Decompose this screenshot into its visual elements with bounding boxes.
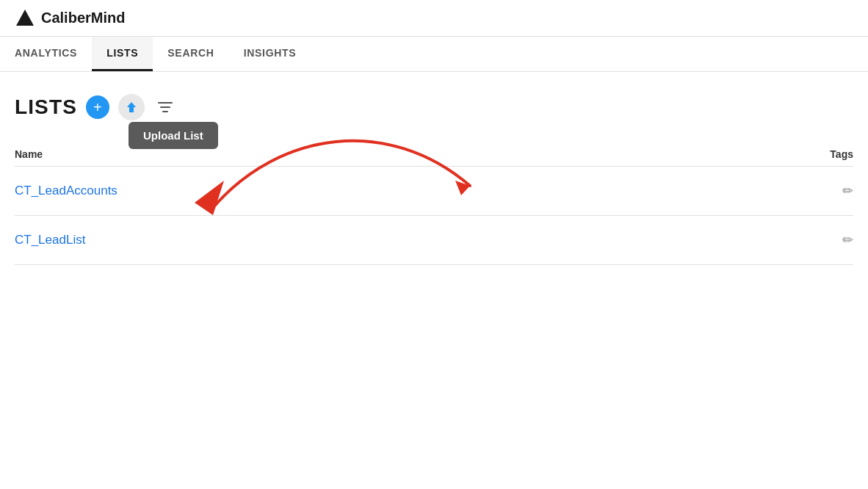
list-item-tags: ✏ xyxy=(795,183,853,199)
main-content: LISTS + Upload List Name Tags CT_LeadAcc… xyxy=(0,72,868,280)
logo-icon xyxy=(15,8,35,29)
list-item-tags: ✏ xyxy=(795,232,853,248)
nav-lists[interactable]: LISTS xyxy=(92,37,153,71)
main-nav: ANALYTICS LISTS SEARCH INSIGHTS xyxy=(0,37,868,72)
nav-analytics[interactable]: ANALYTICS xyxy=(15,37,92,71)
upload-list-button[interactable] xyxy=(118,94,145,120)
table-row: CT_LeadAccounts ✏ xyxy=(15,167,853,216)
lists-title: LISTS xyxy=(15,95,77,119)
add-list-button[interactable]: + xyxy=(86,95,109,119)
edit-icon[interactable]: ✏ xyxy=(842,233,853,247)
lists-table: Name Tags CT_LeadAccounts ✏ CT_LeadList … xyxy=(15,142,853,265)
list-item-name[interactable]: CT_LeadAccounts xyxy=(15,184,795,198)
logo-area: CaliberMind xyxy=(15,8,125,29)
logo-text: CaliberMind xyxy=(41,10,125,26)
svg-marker-3 xyxy=(127,102,136,112)
header: CaliberMind xyxy=(0,0,868,37)
lists-header: LISTS + Upload List xyxy=(15,94,853,120)
upload-tooltip: Upload List xyxy=(129,122,218,149)
svg-marker-0 xyxy=(16,10,34,26)
edit-icon[interactable]: ✏ xyxy=(842,184,853,198)
nav-insights[interactable]: INSIGHTS xyxy=(229,37,311,71)
svg-rect-6 xyxy=(162,111,168,112)
svg-rect-5 xyxy=(160,106,170,108)
table-row: CT_LeadList ✏ xyxy=(15,216,853,265)
col-name-header: Name xyxy=(15,148,795,160)
list-item-name[interactable]: CT_LeadList xyxy=(15,233,795,247)
filter-button[interactable] xyxy=(153,95,177,119)
upload-icon xyxy=(125,101,138,114)
nav-search[interactable]: SEARCH xyxy=(153,37,228,71)
svg-rect-4 xyxy=(158,102,173,104)
filter-icon xyxy=(158,101,173,113)
col-tags-header: Tags xyxy=(795,148,853,160)
